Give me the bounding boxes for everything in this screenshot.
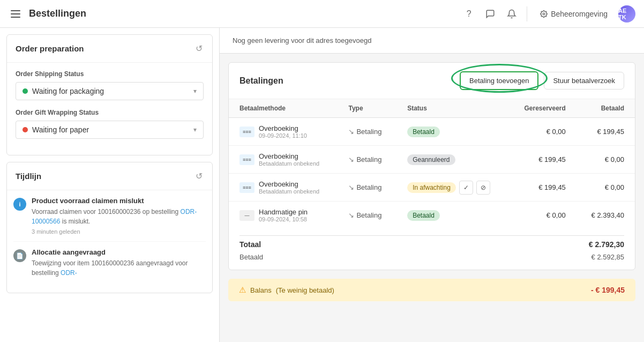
status-badge: Geannuleerd — [407, 154, 455, 165]
payment-arrow-icon: ↘ — [348, 128, 354, 136]
paid-cell: € 0,00 — [576, 146, 635, 174]
shipping-status-dropdown[interactable]: Waiting for packaging ▾ — [16, 82, 204, 100]
order-preparation-title: Order preparation — [16, 44, 84, 53]
status-badge: Betaald — [407, 210, 440, 221]
payment-method: ≡≡≡ Overboeking Betaaldatum onbekend — [239, 152, 327, 167]
balance-label: Balans — [250, 286, 272, 294]
col-header-status: Status — [396, 99, 508, 118]
reserved-cell: € 199,45 — [509, 146, 576, 174]
order-link-2[interactable]: ODR- — [61, 269, 77, 277]
main-content: Order preparation ↺ Order Shipping Statu… — [0, 28, 644, 342]
timeline-header: Tijdlijn ↺ — [7, 162, 212, 190]
summary-section: Totaal € 2.792,30 Betaald € 2.592,85 — [229, 229, 635, 270]
warning-icon: ⚠ — [239, 285, 246, 295]
approve-button[interactable]: ✓ — [459, 181, 473, 195]
timeline-item-title: Product voorraad claimen mislukt — [32, 197, 206, 205]
method-info: Overboeking 09-09-2024, 11:10 — [259, 124, 307, 139]
paid-cell: € 2.393,40 — [576, 202, 635, 229]
type-cell-inner: ↘ Betaling — [348, 128, 386, 136]
paid-label: Betaald — [239, 253, 263, 261]
timeline-item-content: Product voorraad claimen mislukt Voorraa… — [32, 197, 206, 235]
type-cell: ↘ Betaling — [338, 202, 396, 229]
topbar-right: ? Beheeromgeving AE TK — [460, 5, 635, 23]
payment-method: ≡≡≡ Overboeking Betaaldatum onbekend — [239, 180, 327, 195]
table-row: ≡≡≡ Overboeking 09-09-2024, 11:10 ↘ Beta… — [229, 118, 635, 146]
add-payment-button[interactable]: Betaling toevoegen — [460, 71, 538, 90]
type-cell-inner: ↘ Betaling — [348, 211, 386, 219]
balance-row: ⚠ Balans (Te weinig betaald) - € 199,45 — [228, 279, 635, 301]
info-icon: i — [13, 198, 26, 211]
type-label: Betaling — [356, 128, 381, 136]
status-badge: Betaald — [407, 127, 440, 137]
section-body-order: Order Shipping Status Waiting for packag… — [7, 63, 212, 155]
beheer-button[interactable]: Beheeromgeving — [534, 6, 614, 21]
col-header-method: Betaalmethode — [229, 99, 338, 118]
payment-method: ≡≡≡ Overboeking 09-09-2024, 11:10 — [239, 124, 327, 139]
payments-header: Betalingen Betaling toevoegen Stuur beta… — [229, 63, 635, 99]
payment-method: — Handmatige pin 09-09-2024, 10:58 — [239, 208, 327, 222]
top-notice: Nog geen levering voor dit adres toegevo… — [220, 28, 644, 54]
balance-amount: - € 199,45 — [591, 286, 625, 294]
paid-cell: € 199,45 — [576, 118, 635, 146]
timeline-item-title-2: Allocatie aangevraagd — [32, 248, 206, 256]
list-item: 📄 Allocatie aangevraagd Toewijzing voor … — [13, 242, 206, 286]
timeline-refresh-icon[interactable]: ↺ — [194, 170, 204, 182]
payment-arrow-icon: ↘ — [348, 211, 354, 219]
balance-note: (Te weinig betaald) — [276, 286, 334, 294]
col-header-paid: Betaald — [576, 99, 635, 118]
type-label: Betaling — [356, 183, 381, 191]
giftwrap-status-dropdown[interactable]: Waiting for paper ▾ — [16, 121, 204, 139]
reserved-cell: € 199,45 — [509, 174, 576, 202]
type-cell: ↘ Betaling — [338, 118, 396, 146]
status-cell: Geannuleerd — [396, 146, 508, 174]
status-cell: Betaald — [396, 202, 508, 229]
giftwrap-status-label: Order Gift Wrapping Status — [16, 109, 204, 116]
method-cell: ≡≡≡ Overboeking 09-09-2024, 11:10 — [229, 118, 338, 146]
giftwrap-status-dot — [23, 127, 28, 132]
payments-table: Betaalmethode Type Status Gereserveerd B… — [229, 99, 635, 229]
timeline-item-text: Voorraad claimen voor 100160000236 op be… — [32, 207, 206, 226]
summary-total-row: Totaal € 2.792,30 — [239, 235, 624, 251]
giftwrap-status-value: Waiting for paper — [32, 125, 189, 134]
pin-icon: — — [239, 210, 254, 221]
table-row: ≡≡≡ Overboeking Betaaldatum onbekend ↘ B… — [229, 146, 635, 174]
divider — [527, 6, 527, 21]
status-badge: In afwachting — [407, 182, 456, 193]
type-cell-inner: ↘ Betaling — [348, 183, 386, 191]
timeline-item-time: 3 minuten geleden — [32, 228, 206, 235]
sidebar: Order preparation ↺ Order Shipping Statu… — [0, 28, 220, 342]
doc-icon: 📄 — [13, 249, 26, 262]
payment-arrow-icon: ↘ — [348, 155, 354, 163]
notification-button[interactable] — [503, 5, 520, 23]
topbar-left: Bestellingen — [9, 8, 452, 20]
status-cell: In afwachting ✓ ⊘ — [396, 174, 508, 202]
list-item: i Product voorraad claimen mislukt Voorr… — [13, 190, 206, 242]
shipping-status-value: Waiting for packaging — [32, 87, 189, 95]
refresh-icon[interactable]: ↺ — [194, 42, 204, 55]
reserved-cell: € 0,00 — [509, 202, 576, 229]
topbar: Bestellingen ? Beheeromgeving AE TK — [0, 0, 644, 28]
cancel-button[interactable]: ⊘ — [476, 181, 490, 195]
method-name: Overboeking — [259, 180, 319, 188]
type-label: Betaling — [356, 155, 381, 163]
chat-button[interactable] — [482, 5, 499, 23]
payments-section: Betalingen Betaling toevoegen Stuur beta… — [228, 62, 635, 270]
hamburger-menu[interactable] — [9, 8, 23, 20]
order-preparation-card: Order preparation ↺ Order Shipping Statu… — [6, 34, 213, 155]
method-date: Betaaldatum onbekend — [259, 188, 319, 195]
svg-point-0 — [543, 13, 545, 15]
help-button[interactable]: ? — [460, 5, 477, 23]
right-panel: Nog geen levering voor dit adres toegevo… — [220, 28, 644, 342]
method-info: Overboeking Betaaldatum onbekend — [259, 180, 319, 195]
method-name: Overboeking — [259, 152, 319, 160]
method-name: Overboeking — [259, 124, 307, 132]
shipping-status-label: Order Shipping Status — [16, 70, 204, 78]
payments-actions: Betaling toevoegen Stuur betaalverzoek — [460, 71, 624, 90]
type-cell-inner: ↘ Betaling — [348, 155, 386, 163]
type-cell: ↘ Betaling — [338, 146, 396, 174]
status-cell: Betaald — [396, 118, 508, 146]
send-request-button[interactable]: Stuur betaalverzoek — [544, 72, 624, 90]
method-cell: — Handmatige pin 09-09-2024, 10:58 — [229, 202, 338, 229]
table-row: — Handmatige pin 09-09-2024, 10:58 ↘ Bet… — [229, 202, 635, 229]
avatar[interactable]: AE TK — [618, 5, 635, 23]
